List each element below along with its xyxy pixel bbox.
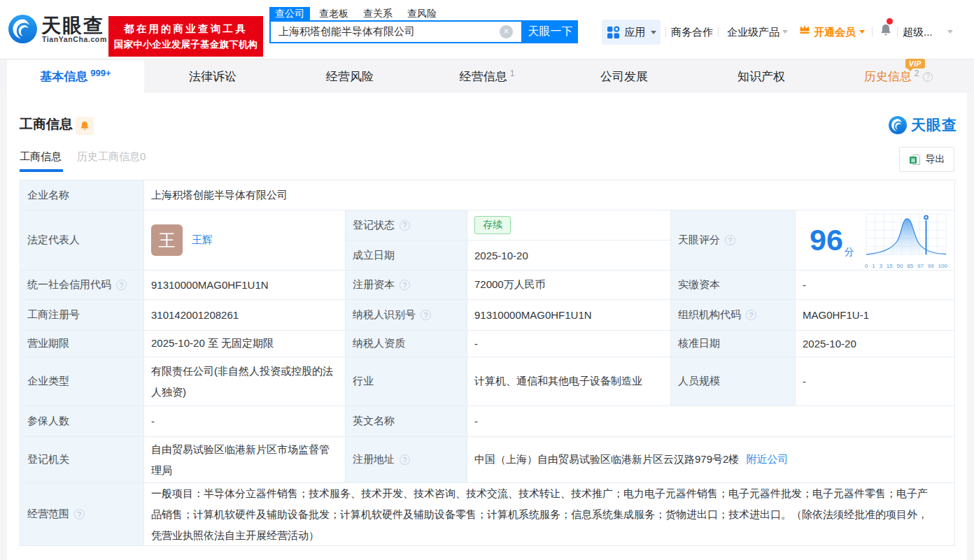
field-label: 纳税人识别号? — [346, 300, 467, 331]
clear-search-icon[interactable]: × — [500, 25, 513, 38]
field-value: 王 王辉 — [144, 210, 346, 271]
search-tab-company[interactable]: 查公司 — [269, 7, 310, 20]
divider — [718, 27, 719, 37]
field-value: 2025-10-20 — [796, 331, 955, 357]
tianyancha-logo-icon[interactable] — [8, 15, 37, 43]
table-row: 参保人数 - 英文名称 - — [20, 406, 955, 437]
notification-bell-icon[interactable] — [879, 23, 893, 37]
field-label: 企业名称 — [20, 180, 144, 210]
bell-icon — [79, 120, 90, 131]
table-row: 法定代表人 王 王辉 登记状态? 存续 成立日期 2025-10-20 天眼评分… — [20, 210, 955, 271]
search-tab-relation[interactable]: 查关系 — [363, 8, 393, 20]
table-subgrid: 登记状态? 存续 成立日期 2025-10-20 — [346, 210, 671, 271]
legal-rep-avatar[interactable]: 王 — [151, 224, 183, 256]
vip-badge: VIP — [905, 59, 925, 69]
apps-grid-icon — [607, 26, 620, 39]
company-nav-tabs: 基本信息 999+ 法律诉讼 经营风险 经营信息 1 公司发展 知识产权 历史信… — [0, 60, 974, 93]
chevron-down-icon — [859, 30, 865, 34]
table-row: 统一社会信用代码? 91310000MAG0HF1U1N 注册资本? 72000… — [20, 271, 955, 300]
divider — [872, 27, 873, 37]
field-value: 有限责任公司(非自然人投资或控股的法人独资) — [144, 357, 346, 406]
tianyancha-logo-icon — [889, 116, 907, 134]
table-row: 成立日期 2025-10-20 — [346, 240, 671, 271]
search-button[interactable]: 天眼一下 — [523, 20, 578, 43]
field-label: 人员规模 — [671, 357, 796, 406]
field-label: 法定代表人 — [20, 210, 144, 271]
field-label: 注册地址? — [346, 437, 467, 483]
help-icon[interactable]: ? — [725, 235, 735, 245]
tab-risk[interactable]: 经营风险 — [281, 60, 418, 93]
section-title: 工商信息 — [20, 115, 73, 134]
tab-operation[interactable]: 经营信息 1 — [418, 60, 556, 93]
field-label: 登记机关 — [20, 437, 144, 483]
nearby-companies-link[interactable]: 附近公司 — [746, 453, 788, 466]
help-icon[interactable]: ? — [400, 220, 410, 231]
menu-business-coop[interactable]: 商务合作 — [671, 26, 713, 39]
field-label: 统一社会信用代码? — [20, 271, 144, 300]
field-label: 注册资本? — [346, 271, 467, 300]
field-value: 2025-10-20 — [467, 240, 671, 271]
apps-menu[interactable]: 应用 — [602, 20, 661, 45]
tab-legal[interactable]: 法律诉讼 — [144, 60, 281, 93]
subtab-history-business-info[interactable]: 历史工商信息0 — [77, 150, 146, 164]
search-box: × — [269, 20, 523, 43]
menu-open-vip[interactable]: 开通会员 — [814, 26, 856, 39]
watermark-logo: 天眼查 — [889, 115, 957, 135]
tab-ip[interactable]: 知识产权 — [693, 60, 830, 93]
tab-count: 999+ — [90, 68, 111, 78]
menu-enterprise-product[interactable]: 企业级产品 — [727, 26, 779, 39]
promo-line1: 都在用的商业查询工具 — [108, 22, 263, 36]
monitor-bell-button[interactable] — [76, 117, 94, 135]
subtab-business-info[interactable]: 工商信息 — [20, 150, 62, 164]
field-value: 存续 — [467, 210, 671, 240]
search-tab-boss[interactable]: 查老板 — [319, 8, 348, 20]
search-tab-risk[interactable]: 查风险 — [407, 8, 437, 20]
help-icon[interactable]: ? — [421, 310, 431, 320]
field-value: - — [796, 271, 955, 300]
field-value: 一般项目：半导体分立器件销售；技术服务、技术开发、技术咨询、技术交流、技术转让、… — [144, 483, 955, 546]
score-value: 96 — [810, 223, 843, 257]
legal-rep-link[interactable]: 王辉 — [192, 234, 213, 247]
field-label: 营业期限 — [20, 331, 144, 357]
field-label: 经营范围? — [20, 483, 144, 546]
search-type-tabs: 查公司 查老板 查关系 查风险 — [269, 7, 451, 20]
field-value: - — [467, 331, 671, 357]
field-value: 中国（上海）自由贸易试验区临港新片区云汉路979号2楼 附近公司 — [467, 437, 955, 483]
crown-icon — [798, 23, 811, 34]
help-icon[interactable]: ? — [74, 509, 85, 519]
status-badge: 存续 — [474, 216, 511, 234]
field-value: 91310000MAG0HF1U1N — [467, 300, 671, 331]
tab-development[interactable]: 公司发展 — [556, 60, 693, 93]
table-row: 工商注册号 310142001208261 纳税人识别号? 91310000MA… — [20, 300, 955, 331]
score-chart-axis: 0131550859799100 — [865, 263, 947, 269]
brand-domain: TianYanCha.com — [42, 35, 107, 43]
business-info-card: 工商信息 天眼查 工商信息 历史工商信息0 导出 企业名称 上海积塔创能半导体有… — [7, 93, 967, 560]
field-label: 核准日期 — [671, 331, 796, 357]
divider — [665, 27, 666, 37]
help-icon[interactable]: ? — [400, 280, 410, 290]
tyc-score-cell: 96 分 0131550859799100 — [796, 210, 955, 271]
menu-super-vip[interactable]: 超级... — [903, 26, 933, 39]
field-value: - — [144, 406, 346, 437]
chevron-down-icon — [947, 30, 953, 34]
tab-count: 1 — [510, 69, 515, 78]
tab-history[interactable]: 历史信息 2 ? VIP — [830, 60, 967, 93]
tab-count: 2 — [915, 69, 919, 78]
field-value: 91310000MAG0HF1U1N — [144, 271, 346, 300]
promo-banner: 都在用的商业查询工具 国家中小企业发展子基金旗下机构 — [108, 16, 263, 57]
score-chart: 0131550859799100 — [865, 212, 947, 269]
tab-basic-info[interactable]: 基本信息 999+ — [7, 60, 144, 93]
export-button[interactable]: 导出 — [899, 147, 954, 172]
help-icon[interactable]: ? — [923, 72, 933, 82]
search-input[interactable] — [271, 26, 500, 38]
active-subtab-underline — [20, 169, 63, 172]
table-row: 登记机关 自由贸易试验区临港新片区市场监督管理局 注册地址? 中国（上海）自由贸… — [20, 437, 955, 483]
field-label: 实缴资本 — [671, 271, 796, 300]
field-value: 上海积塔创能半导体有限公司 — [144, 180, 955, 210]
field-label: 企业类型 — [20, 357, 144, 406]
help-icon[interactable]: ? — [746, 310, 756, 320]
table-row: 企业名称 上海积塔创能半导体有限公司 — [20, 180, 955, 210]
help-icon[interactable]: ? — [116, 280, 127, 290]
promo-line2: 国家中小企业发展子基金旗下机构 — [108, 38, 263, 51]
help-icon[interactable]: ? — [400, 454, 410, 465]
